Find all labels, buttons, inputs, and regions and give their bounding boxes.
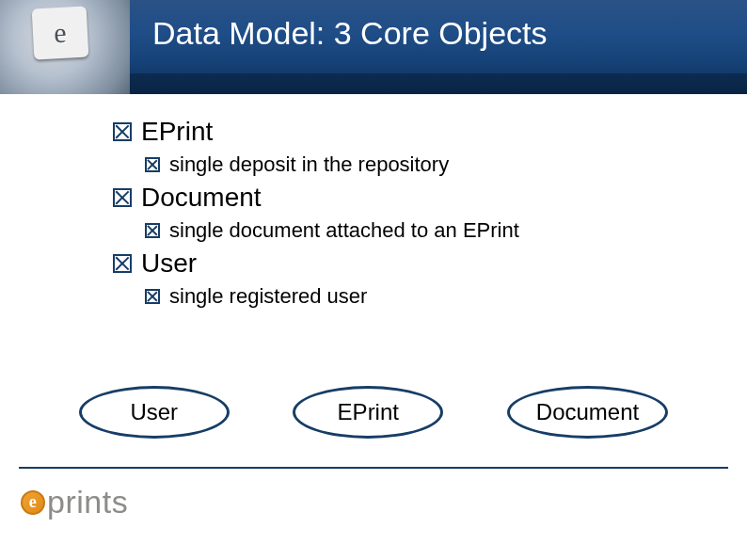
subbullet-eprint-label: single deposit in the repository	[169, 152, 449, 177]
diagram-node-user: User	[79, 386, 230, 439]
diagram-node-eprint: EPrint	[293, 386, 443, 439]
subbullet-document: single document attached to an EPrint	[145, 218, 709, 243]
logo-text: prints	[47, 484, 128, 520]
bullet-user-label: User	[141, 248, 197, 279]
logo-e-glyph: e	[29, 492, 38, 512]
corner-graphic: e	[0, 0, 130, 94]
bullet-eprint-label: EPrint	[141, 117, 213, 147]
bullet-user: User	[113, 248, 709, 279]
page-title: Data Model: 3 Core Objects	[152, 15, 548, 52]
checkbox-x-icon	[113, 188, 132, 207]
subbullet-user: single registered user	[145, 284, 709, 309]
checkbox-x-icon	[145, 157, 160, 172]
subbullet-document-label: single document attached to an EPrint	[169, 218, 519, 243]
subbullet-eprint: single deposit in the repository	[145, 152, 709, 177]
bullet-document: Document	[113, 183, 709, 213]
footer-divider	[19, 467, 728, 469]
corner-icon: e	[32, 7, 89, 60]
checkbox-x-icon	[145, 289, 160, 304]
checkbox-x-icon	[113, 122, 132, 141]
diagram-node-document: Document	[507, 386, 668, 439]
bullet-document-label: Document	[141, 183, 262, 213]
checkbox-x-icon	[145, 223, 160, 238]
diagram-row: User EPrint Document	[47, 386, 700, 439]
body-content: EPrint single deposit in the repository …	[113, 117, 709, 314]
subbullet-user-label: single registered user	[169, 284, 367, 309]
logo-ball-icon: e	[21, 490, 45, 515]
title-bar: e Data Model: 3 Core Objects	[0, 0, 747, 94]
bullet-eprint: EPrint	[113, 117, 709, 147]
checkbox-x-icon	[113, 254, 132, 273]
corner-icon-glyph: e	[53, 17, 67, 50]
eprints-logo: e prints	[21, 484, 128, 520]
